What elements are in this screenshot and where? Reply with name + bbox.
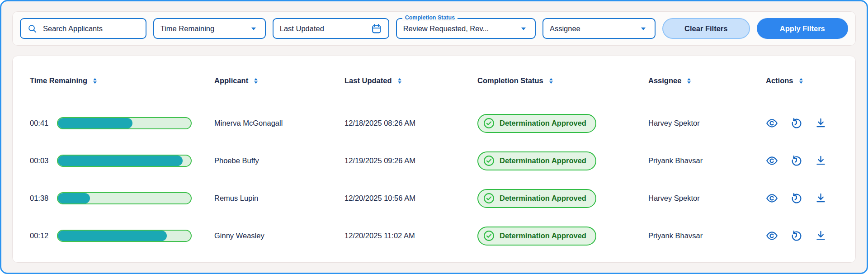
- applicant-name: Remus Lupin: [214, 194, 344, 203]
- download-button[interactable]: [815, 155, 827, 167]
- view-button[interactable]: [766, 155, 778, 167]
- assignee-name: Priyank Bhavsar: [648, 231, 766, 240]
- view-button[interactable]: [766, 117, 778, 129]
- last-updated-value: 12/20/2025 11:02 AM: [344, 231, 477, 240]
- status-badge: Determination Approved: [477, 227, 596, 246]
- history-button[interactable]: [790, 155, 802, 167]
- check-circle-icon: [483, 230, 495, 242]
- time-remaining-dropdown-label: Time Remaining: [160, 24, 215, 33]
- time-remaining-progress-bar: [57, 192, 192, 204]
- check-circle-icon: [483, 155, 495, 167]
- chevron-down-icon: [638, 24, 648, 33]
- eye-icon: [766, 230, 778, 242]
- time-remaining-progress-bar: [57, 117, 192, 129]
- completion-status-dropdown[interactable]: Completion Status Review Requested, Rev.…: [396, 18, 536, 39]
- check-circle-icon: [483, 117, 495, 129]
- check-circle-icon: [483, 192, 495, 204]
- column-header-assignee[interactable]: Assignee: [648, 76, 693, 85]
- completion-status-floating-label: Completion Status: [402, 14, 458, 21]
- eye-icon: [766, 117, 778, 129]
- sort-icon: [396, 77, 404, 85]
- download-icon: [815, 192, 827, 204]
- download-button[interactable]: [815, 192, 827, 204]
- history-icon: [790, 117, 802, 129]
- sort-icon: [547, 77, 555, 85]
- app-frame: Time Remaining Last Updated Completion S…: [0, 0, 868, 274]
- column-header-actions[interactable]: Actions: [766, 76, 805, 85]
- clear-filters-button[interactable]: Clear Filters: [662, 18, 750, 39]
- table-header-row: Time Remaining Applicant Last Updated Co…: [30, 76, 838, 104]
- progress-fill: [58, 231, 167, 241]
- status-badge: Determination Approved: [477, 114, 596, 133]
- column-header-applicant[interactable]: Applicant: [214, 76, 260, 85]
- time-remaining-dropdown[interactable]: Time Remaining: [153, 18, 266, 39]
- history-icon: [790, 192, 802, 204]
- search-input[interactable]: [42, 24, 139, 33]
- column-header-completion-status[interactable]: Completion Status: [477, 76, 555, 85]
- download-icon: [815, 117, 827, 129]
- apply-filters-button[interactable]: Apply Filters: [757, 18, 848, 39]
- table-row: 00:41 Minerva McGonagall 12/18/2025 08:2…: [30, 104, 838, 142]
- assignee-name: Harvey Spektor: [648, 194, 766, 203]
- view-button[interactable]: [766, 192, 778, 204]
- column-header-time-remaining[interactable]: Time Remaining: [30, 76, 99, 85]
- applicants-table: Time Remaining Applicant Last Updated Co…: [12, 56, 856, 263]
- sort-icon: [91, 77, 99, 85]
- sort-icon: [685, 77, 693, 85]
- search-applicants-field[interactable]: [20, 18, 146, 39]
- table-row: 00:03 Phoebe Buffy 12/19/2025 09:26 AM D…: [30, 142, 838, 180]
- eye-icon: [766, 192, 778, 204]
- last-updated-datepicker-label: Last Updated: [280, 24, 324, 33]
- download-icon: [815, 155, 827, 167]
- completion-status-value: Review Requested, Rev...: [403, 24, 489, 33]
- table-row: 00:12 Ginny Weasley 12/20/2025 11:02 AM …: [30, 217, 838, 255]
- last-updated-value: 12/20/2025 10:56 AM: [344, 194, 477, 203]
- status-badge: Determination Approved: [477, 189, 596, 208]
- download-icon: [815, 230, 827, 242]
- last-updated-value: 12/19/2025 09:26 AM: [344, 156, 477, 165]
- time-remaining-value: 00:41: [30, 119, 52, 128]
- time-remaining-value: 00:03: [30, 156, 52, 165]
- status-badge: Determination Approved: [477, 151, 596, 170]
- time-remaining-progress-bar: [57, 155, 192, 167]
- history-button[interactable]: [790, 192, 802, 204]
- progress-fill: [58, 118, 132, 128]
- time-remaining-value: 01:38: [30, 194, 52, 203]
- calendar-icon: [371, 23, 382, 34]
- sort-icon: [797, 77, 805, 85]
- time-remaining-value: 00:12: [30, 231, 52, 240]
- history-icon: [790, 155, 802, 167]
- assignee-name: Harvey Spektor: [648, 119, 766, 128]
- sort-icon: [252, 77, 260, 85]
- eye-icon: [766, 155, 778, 167]
- history-button[interactable]: [790, 117, 802, 129]
- search-icon: [27, 24, 38, 34]
- history-button[interactable]: [790, 230, 802, 242]
- assignee-dropdown-label: Assignee: [550, 24, 580, 33]
- applicant-name: Phoebe Buffy: [214, 156, 344, 165]
- chevron-down-icon: [249, 24, 259, 33]
- table-row: 01:38 Remus Lupin 12/20/2025 10:56 AM De…: [30, 180, 838, 217]
- applicant-name: Ginny Weasley: [214, 231, 344, 240]
- view-button[interactable]: [766, 230, 778, 242]
- progress-fill: [58, 156, 183, 166]
- last-updated-datepicker[interactable]: Last Updated: [273, 18, 389, 39]
- download-button[interactable]: [815, 117, 827, 129]
- applicant-name: Minerva McGonagall: [214, 119, 344, 128]
- chevron-down-icon: [519, 24, 528, 33]
- download-button[interactable]: [815, 230, 827, 242]
- assignee-name: Priyank Bhavsar: [648, 156, 766, 165]
- column-header-last-updated[interactable]: Last Updated: [344, 76, 404, 85]
- last-updated-value: 12/18/2025 08:26 AM: [344, 119, 477, 128]
- progress-fill: [58, 193, 90, 203]
- assignee-dropdown[interactable]: Assignee: [542, 18, 656, 39]
- time-remaining-progress-bar: [57, 230, 192, 242]
- history-icon: [790, 230, 802, 242]
- filter-bar: Time Remaining Last Updated Completion S…: [12, 11, 856, 46]
